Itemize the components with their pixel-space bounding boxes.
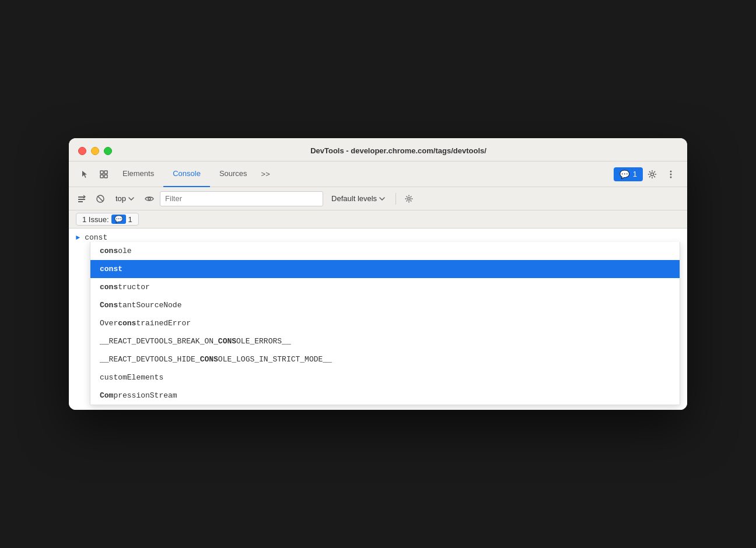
autocomplete-match: CONS [200,355,218,364]
svg-rect-1 [104,171,107,174]
svg-line-12 [98,196,103,201]
autocomplete-match: cons [100,283,118,291]
autocomplete-item-constructor[interactable]: constructor [90,278,680,296]
autocomplete-item-console[interactable]: console [90,242,680,260]
traffic-lights [78,147,112,155]
issues-row-label: 1 Issue: [82,215,109,224]
maximize-button[interactable] [104,147,112,155]
autocomplete-prefix: __REACT_DEVTOOLS_BREAK_ON_ [100,337,218,346]
close-button[interactable] [78,147,86,155]
autocomplete-item-react-devtools-break[interactable]: __REACT_DEVTOOLS_BREAK_ON_CONSOLE_ERRORS… [90,332,680,350]
autocomplete-item-custom-elements[interactable]: customElements [90,368,680,387]
issue-badge-inline[interactable]: 1 Issue: 💬 1 [76,213,139,226]
autocomplete-item-const[interactable]: const [90,260,680,278]
console-chevron[interactable]: ► [76,234,80,242]
autocomplete-rest: pressionStream [113,391,177,400]
inspect-icon-button[interactable] [94,165,113,184]
autocomplete-prefix: Over [100,319,118,328]
autocomplete-rest: trainedError [136,319,191,328]
block-icon-button[interactable] [92,191,108,207]
svg-point-13 [148,198,150,200]
autocomplete-item-overconstrained-error[interactable]: OverconstrainedError [90,314,680,332]
eye-button[interactable] [141,191,158,207]
default-levels-dropdown[interactable]: Default levels [326,193,391,204]
autocomplete-item-react-devtools-hide[interactable]: __REACT_DEVTOOLS_HIDE_CONSOLE_LOGS_IN_ST… [90,350,680,368]
tab-console[interactable]: Console [163,161,210,187]
svg-point-6 [670,173,672,175]
console-content: ► const console const constructor Consta… [69,229,687,410]
autocomplete-rest: ole [118,247,131,255]
settings-gear-button[interactable] [643,165,662,184]
autocomplete-match-selected: const [100,265,123,273]
issues-badge-button[interactable]: 💬 1 [614,167,643,181]
devtools-window: DevTools - developer.chrome.com/tags/dev… [69,138,687,410]
autocomplete-rest: OLE_ERRORS__ [236,337,291,346]
filter-input[interactable] [160,191,323,206]
autocomplete-prefix: custom [100,373,127,382]
autocomplete-item-constant-source-node[interactable]: ConstantSourceNode [90,296,680,314]
autocomplete-prefix: __REACT_DEVTOOLS_HIDE_ [100,355,200,364]
more-options-button[interactable] [662,165,680,184]
autocomplete-rest: OLE_LOGS_IN_STRICT_MODE__ [218,355,332,364]
autocomplete-rest: tantSourceNode [118,301,181,310]
console-settings-button[interactable] [401,191,417,207]
autocomplete-dropdown: console const constructor ConstantSource… [90,242,680,405]
clear-console-button[interactable] [74,191,90,207]
issues-badge-count: 1 [633,170,637,178]
title-bar: DevTools - developer.chrome.com/tags/dev… [69,138,687,161]
minimize-button[interactable] [91,147,99,155]
top-selector[interactable]: top [111,193,139,204]
autocomplete-match: CONS [218,337,236,346]
devtools-tab-bar: Elements Console Sources >> 💬 1 [69,161,687,187]
svg-rect-10 [78,201,83,202]
window-title: DevTools - developer.chrome.com/tags/dev… [119,146,678,155]
svg-point-7 [670,176,672,178]
default-levels-label: Default levels [331,194,377,203]
autocomplete-match: cons [118,319,136,328]
svg-point-5 [670,170,672,172]
svg-rect-3 [104,175,107,178]
autocomplete-rest: Elements [127,373,163,382]
issues-row: 1 Issue: 💬 1 [69,210,687,229]
svg-rect-0 [100,171,103,174]
console-input-line: ► const [76,233,680,242]
issue-badge-icon: 💬 [111,215,126,224]
svg-point-14 [408,197,410,199]
issues-row-count: 1 [128,215,132,224]
autocomplete-match: Cons [100,301,118,310]
svg-rect-2 [100,175,103,178]
svg-point-4 [651,173,654,175]
console-input-text[interactable]: const [85,233,107,242]
tab-elements[interactable]: Elements [113,161,163,187]
svg-rect-9 [78,199,85,200]
top-label: top [116,194,126,203]
toolbar-divider [396,193,396,205]
autocomplete-match: cons [100,247,118,255]
autocomplete-match: Com [100,391,113,400]
tab-sources[interactable]: Sources [210,161,257,187]
tab-more-button[interactable]: >> [257,161,275,187]
autocomplete-rest: tructor [118,283,150,291]
cursor-icon-button[interactable] [76,165,94,184]
console-toolbar: top Default levels [69,187,687,210]
autocomplete-item-compression-stream[interactable]: CompressionStream [90,387,680,405]
issues-badge-icon: 💬 [620,170,629,179]
